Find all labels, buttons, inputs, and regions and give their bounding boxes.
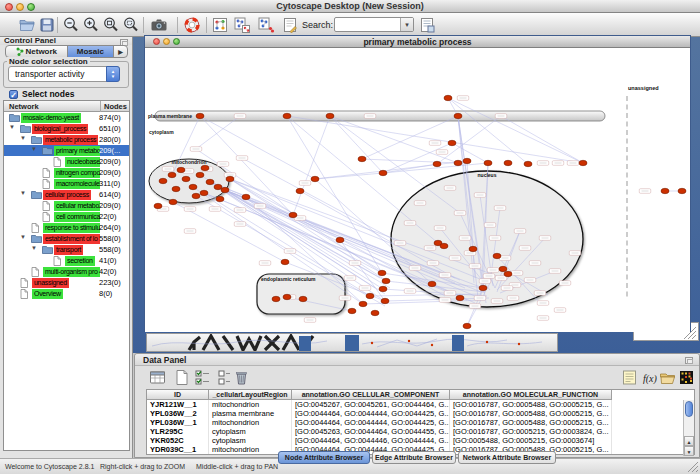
- select-attributes-icon[interactable]: [194, 369, 211, 386]
- node-label[interactable]: [304, 318, 316, 323]
- node-label[interactable]: [217, 162, 229, 167]
- combo-stepper-icon[interactable]: ▲▼: [106, 66, 120, 82]
- network-node[interactable]: [382, 278, 390, 283]
- network-node[interactable]: [379, 170, 387, 175]
- annotation-icon[interactable]: [281, 16, 299, 34]
- network-node[interactable]: [272, 296, 280, 301]
- network-node[interactable]: [283, 294, 291, 299]
- network-view-window[interactable]: primary metabolic process plasma membran…: [144, 35, 691, 332]
- network-node[interactable]: [216, 196, 224, 201]
- zoom-window-button[interactable]: [27, 3, 35, 11]
- notes-icon[interactable]: [621, 369, 638, 386]
- node-label[interactable]: [449, 256, 461, 261]
- expand-arrow-icon[interactable]: ▼: [20, 234, 26, 240]
- column-header[interactable]: _cellularLayoutRegion: [209, 390, 292, 400]
- network-node[interactable]: [283, 113, 291, 118]
- network-node[interactable]: [504, 271, 512, 276]
- import-network-icon[interactable]: [233, 16, 251, 34]
- network-node[interactable]: [326, 113, 334, 118]
- network-node[interactable]: [359, 301, 367, 306]
- network-node[interactable]: [154, 203, 162, 208]
- node-label[interactable]: [299, 181, 311, 186]
- window-resize-grip[interactable]: [688, 462, 698, 472]
- tree-row-primary-metabo[interactable]: ▼primary metabo209(...: [4, 145, 129, 156]
- tree-row-secretion[interactable]: secretion41(0): [4, 255, 129, 266]
- node-label[interactable]: [414, 201, 426, 206]
- network-canvas[interactable]: plasma membranecytoplasmmitochondrionnuc…: [145, 48, 690, 332]
- tab-mosaic[interactable]: Mosaic: [67, 46, 114, 57]
- float-data-panel-icon[interactable]: [685, 357, 693, 364]
- expand-arrow-icon[interactable]: ▼: [20, 190, 26, 196]
- node-label[interactable]: [511, 271, 523, 276]
- network-node[interactable]: [221, 187, 229, 192]
- network-node[interactable]: [168, 172, 176, 177]
- table-scrollbar[interactable]: ▲ ▼: [683, 400, 694, 456]
- zoom-selected-icon[interactable]: [122, 16, 140, 34]
- node-label[interactable]: [469, 304, 481, 309]
- network-node[interactable]: [479, 285, 487, 290]
- function-builder-icon[interactable]: f(x): [641, 369, 658, 386]
- network-node[interactable]: [226, 176, 234, 181]
- network-node[interactable]: [177, 167, 185, 172]
- scroll-up-button[interactable]: ▲: [684, 436, 694, 446]
- node-label[interactable]: [434, 226, 446, 231]
- tree-row-cell-communicat[interactable]: cell communicat22(0): [4, 211, 129, 222]
- expand-arrow-icon[interactable]: ▼: [20, 135, 26, 141]
- node-label[interactable]: [259, 261, 271, 266]
- node-label[interactable]: [489, 236, 501, 241]
- node-label[interactable]: [501, 286, 513, 291]
- column-header[interactable]: annotation.GO CELLULAR_COMPONENT: [292, 390, 450, 400]
- network-node[interactable]: [348, 308, 356, 313]
- column-header[interactable]: ID: [147, 390, 209, 400]
- node-label[interactable]: [427, 261, 439, 266]
- tab-node-attribute-browser[interactable]: Node Attribute Browser: [278, 451, 370, 464]
- network-node[interactable]: [448, 140, 456, 145]
- network-node[interactable]: [201, 165, 209, 170]
- node-label[interactable]: [474, 193, 486, 198]
- node-label[interactable]: [254, 204, 266, 209]
- node-label[interactable]: [549, 269, 561, 274]
- network-node[interactable]: [379, 286, 387, 291]
- network-node[interactable]: [499, 266, 507, 271]
- more-tabs-arrow-icon[interactable]: ▶: [114, 46, 127, 57]
- network-node[interactable]: [454, 160, 462, 165]
- minimize-window-button[interactable]: [16, 3, 24, 11]
- node-label[interactable]: [436, 150, 448, 155]
- node-label[interactable]: [339, 296, 351, 301]
- node-label[interactable]: [554, 308, 566, 313]
- network-node[interactable]: [196, 113, 204, 118]
- zoom-out-icon[interactable]: [62, 16, 80, 34]
- import-attributes-icon[interactable]: [659, 369, 676, 386]
- tree-row-overview[interactable]: Overview8(0): [4, 288, 129, 299]
- node-label[interactable]: [529, 261, 541, 266]
- table-cell[interactable]: YPL036W__2: [147, 409, 209, 418]
- network-node[interactable]: [358, 156, 366, 161]
- node-label[interactable]: [234, 208, 246, 213]
- tab-network-attribute-browser[interactable]: Network Attribute Browser: [458, 451, 556, 464]
- search-input[interactable]: ▾: [334, 17, 414, 32]
- node-label[interactable]: [494, 206, 506, 211]
- network-node[interactable]: [311, 176, 319, 181]
- table-cell[interactable]: [GO:0044464, GO:0044444, GO:0044425, G..…: [292, 409, 450, 418]
- tree-row-metabolic-process[interactable]: ▼metabolic process280(0): [4, 134, 129, 145]
- network-node[interactable]: [196, 172, 204, 177]
- node-label[interactable]: [537, 301, 549, 306]
- network-node[interactable]: [206, 179, 214, 184]
- network-node[interactable]: [381, 298, 389, 303]
- network-node[interactable]: [444, 95, 452, 100]
- tree-row-response-to-stimulu[interactable]: response to stimulu264(0): [4, 222, 129, 233]
- network-node[interactable]: [579, 160, 587, 165]
- node-label[interactable]: [344, 276, 356, 281]
- network-node[interactable]: [524, 161, 532, 166]
- table-cell[interactable]: [GO:0044464, GO:0044444, GO:0044425, G..…: [292, 418, 450, 427]
- tree-row-unassigned[interactable]: unassigned223(0): [4, 277, 129, 288]
- network-window-titlebar[interactable]: primary metabolic process: [145, 36, 690, 48]
- zoom-fit-icon[interactable]: [102, 16, 120, 34]
- network-node[interactable]: [336, 237, 344, 242]
- expand-arrow-icon[interactable]: ▼: [9, 124, 15, 130]
- node-label[interactable]: [539, 236, 551, 241]
- network-node[interactable]: [378, 270, 386, 275]
- attribute-table-icon[interactable]: [149, 369, 166, 386]
- node-label[interactable]: [234, 222, 246, 227]
- node-label[interactable]: [439, 273, 451, 278]
